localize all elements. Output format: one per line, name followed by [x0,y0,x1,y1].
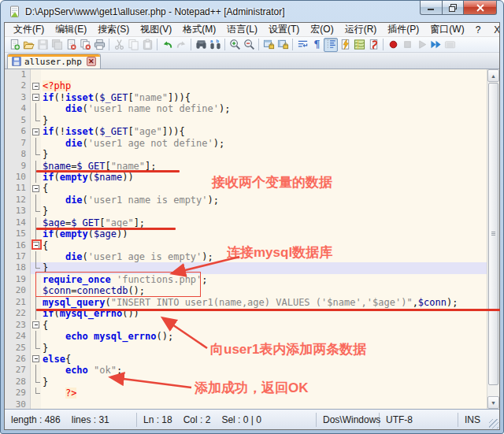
document-map-icon[interactable] [352,38,366,52]
status-lines: lines : 31 [72,414,109,425]
code-text: $age=$_GET["age"]; [41,217,487,228]
svg-text:a: a [209,39,213,43]
fold-toggle-icon[interactable] [31,80,41,91]
menu-item-运行r[interactable]: 运行(R) [339,22,383,37]
macro-run-multiple-icon[interactable] [428,38,443,52]
undo-icon[interactable] [160,38,174,52]
window-title: D:\AppServ\www\get1\alluser.php - Notepa… [25,6,285,17]
code-line-21[interactable]: 21mysql_query("INSERT INTO user1(name,ag… [5,297,487,308]
close-file-icon[interactable] [64,38,78,52]
code-line-28[interactable]: 28} [5,377,487,388]
code-line-22[interactable]: 22if(mysql_errno()) [5,308,487,319]
line-number: 30 [5,399,31,409]
code-line-12[interactable]: 12 die('user1 name is empty'); [5,195,487,206]
menu-item-格式m[interactable]: 格式(M) [177,22,221,37]
zoom-out-icon[interactable] [242,38,256,52]
word-wrap-icon[interactable] [295,38,309,52]
fold-toggle-icon[interactable] [31,183,41,194]
fold-toggle-icon[interactable] [31,354,41,365]
fold-toggle-icon[interactable] [31,320,41,331]
line-number: 27 [5,365,31,376]
fold-toggle-icon[interactable] [31,126,41,137]
scroll-up-button[interactable]: ▲ [487,69,499,82]
code-line-6[interactable]: 6if(!isset($_GET["age"])){ [5,126,487,137]
toolbar-separator [157,39,158,50]
code-line-18[interactable]: 18} [5,262,487,273]
code-line-23[interactable]: 23{ [5,320,487,331]
code-line-19[interactable]: 19require_once 'functions.php'; [5,274,487,285]
line-number: 11 [5,183,31,194]
scrollbar-thumb[interactable] [488,83,498,385]
menu-item-编辑e[interactable]: 编辑(E) [50,22,92,37]
code-line-24[interactable]: 24 echo mysql_errno(); [5,331,487,342]
line-number: 15 [5,228,31,239]
code-line-10[interactable]: 10if(empty($name)) [5,172,487,183]
menu-item-[interactable]: ? [470,24,487,36]
code-line-14[interactable]: 14$age=$_GET["age"]; [5,217,487,228]
sync-scroll-vertical-icon[interactable] [261,38,276,52]
code-line-26[interactable]: 26else{ [5,354,487,365]
vertical-scrollbar[interactable]: ▲ ▼ [487,69,499,409]
tab-close-icon[interactable]: ✕ [87,57,96,66]
zoom-in-icon[interactable] [228,38,242,52]
show-all-characters-icon[interactable]: ¶ [309,38,324,52]
fold-margin [31,138,41,149]
menu-item-文件f[interactable]: 文件(F) [8,22,50,37]
minimize-button[interactable] [420,1,443,15]
document-list-icon[interactable] [366,38,380,52]
close-all-icon[interactable] [78,38,92,52]
menu-item-搜索s[interactable]: 搜索(S) [92,22,135,37]
code-line-9[interactable]: 9$name=$_GET["name"]; [5,161,487,172]
code-line-4[interactable]: 4 die('user1 name not define'); [5,103,487,114]
status-encoding[interactable]: UTF-8 [380,413,458,427]
code-line-25[interactable]: 25} [5,343,487,354]
menu-item-语言l[interactable]: 语言(L) [221,22,263,37]
code-line-1[interactable]: 1 [5,69,487,80]
code-line-2[interactable]: 2<?php [5,80,487,91]
code-line-16[interactable]: 16{ [5,240,487,251]
code-line-27[interactable]: 27 echo "ok"; [5,365,487,376]
line-number: 4 [5,103,31,114]
fold-toggle-icon[interactable] [31,92,41,103]
code-line-8[interactable]: 8} [5,149,487,160]
code-line-17[interactable]: 17 die('user1 age is empty'); [5,251,487,262]
menu-item-宏o[interactable]: 宏(O) [305,22,339,37]
function-list-icon[interactable] [338,38,352,52]
restore-button[interactable] [443,1,464,15]
status-eol-format[interactable]: Dos\Windows [317,413,380,427]
new-file-icon[interactable] [7,38,21,52]
line-number: 20 [5,285,31,296]
code-line-30[interactable]: 30 [5,399,487,409]
resize-grip[interactable] [489,419,498,428]
toolbar-separator [383,39,384,50]
menu-item-窗口w[interactable]: 窗口(W) [424,22,469,37]
menu-item-插件p[interactable]: 插件(P) [382,22,424,37]
code-line-29[interactable]: 29 ?> [5,388,487,399]
notepad-plus-plus-window: D:\AppServ\www\get1\alluser.php - Notepa… [0,0,504,434]
code-line-11[interactable]: 11{ [5,183,487,194]
tab-alluser-php[interactable]: alluser.php ✕ [7,54,101,69]
paste-icon [140,38,154,52]
code-line-7[interactable]: 7 die('user1 age not define'); [5,138,487,149]
open-file-icon[interactable] [21,38,35,52]
code-text: $conn=connectdb(); [41,285,487,296]
replace-icon[interactable]: ab [208,38,222,52]
print-icon[interactable] [92,38,106,52]
scrollbar-track[interactable] [487,82,499,396]
indent-guide-icon[interactable] [324,38,338,52]
code-line-20[interactable]: 20$conn=connectdb(); [5,285,487,296]
find-icon[interactable] [194,38,208,52]
toolbar-separator [258,39,259,50]
code-line-5[interactable]: 5} [5,115,487,126]
menu-item-视图v[interactable]: 视图(V) [135,22,177,37]
sync-scroll-horizontal-icon[interactable] [276,38,290,52]
code-line-3[interactable]: 3if(!isset($_GET["name"])){ [5,92,487,103]
close-button[interactable] [464,1,497,15]
menu-item-设置t[interactable]: 设置(T) [263,22,305,37]
macro-record-icon[interactable] [386,38,400,52]
code-line-15[interactable]: 15if(empty($age)) [5,228,487,239]
code-line-13[interactable]: 13} [5,206,487,217]
fold-toggle-icon[interactable] [31,240,41,251]
menu-close-document-button[interactable]: X [486,24,500,35]
scroll-down-button[interactable]: ▼ [487,396,499,409]
